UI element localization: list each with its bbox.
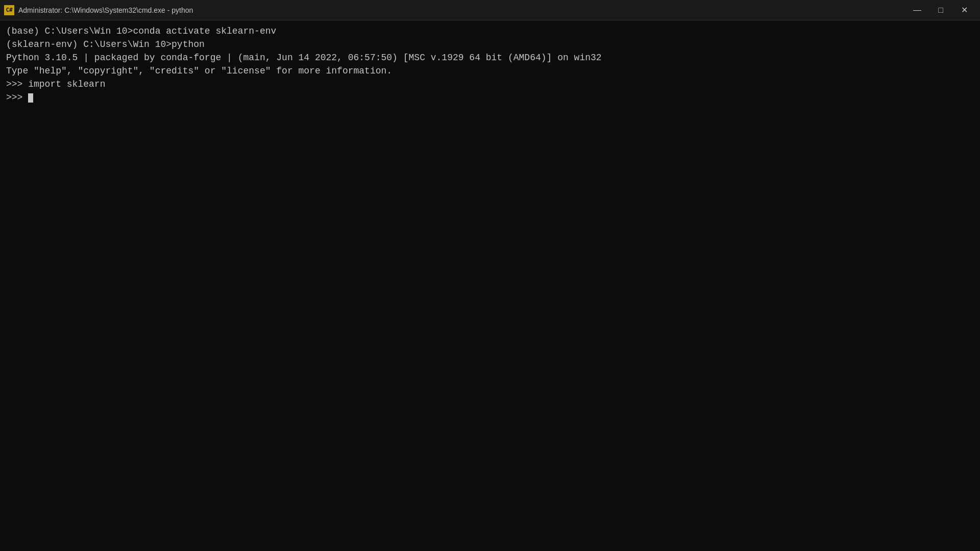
cursor-blink [28, 93, 33, 103]
minimize-button[interactable]: — [905, 0, 929, 20]
terminal-line-3: (sklearn-env) C:\Users\Win 10>python [6, 38, 974, 51]
window-title: Administrator: C:\Windows\System32\cmd.e… [18, 6, 193, 14]
title-bar: C# Administrator: C:\Windows\System32\cm… [0, 0, 980, 20]
terminal-line-5: Type "help", "copyright", "credits" or "… [6, 64, 974, 78]
terminal-line-1: (base) C:\Users\Win 10>conda activate sk… [6, 24, 974, 38]
terminal-line-7: >>> [6, 92, 28, 103]
window-controls: — □ ✕ [905, 0, 976, 20]
cmd-icon: C# [4, 5, 14, 15]
title-bar-left: C# Administrator: C:\Windows\System32\cm… [4, 5, 193, 15]
terminal-line-4: Python 3.10.5 | packaged by conda-forge … [6, 51, 974, 64]
terminal-line-6: >>> import sklearn [6, 78, 974, 91]
terminal-prompt-line: >>> [6, 91, 974, 104]
maximize-button[interactable]: □ [929, 0, 952, 20]
close-button[interactable]: ✕ [952, 0, 976, 20]
terminal-window[interactable]: (base) C:\Users\Win 10>conda activate sk… [0, 20, 980, 551]
